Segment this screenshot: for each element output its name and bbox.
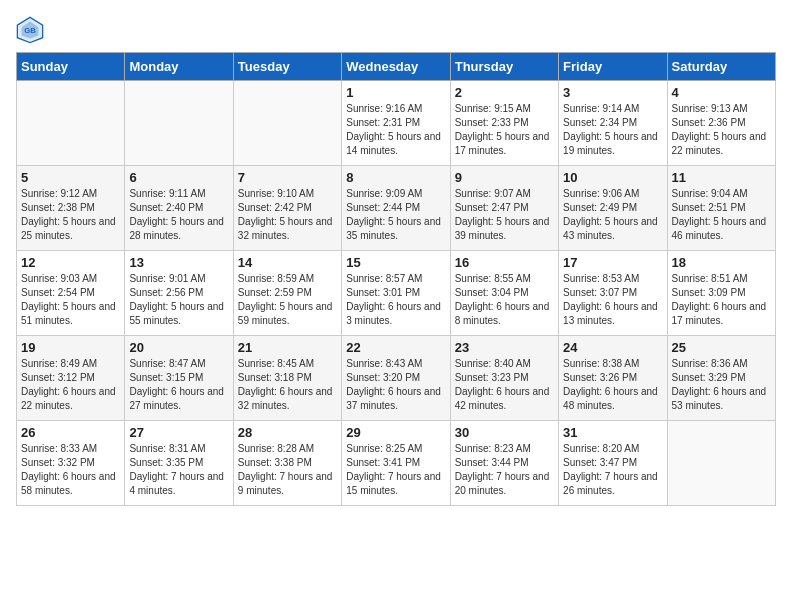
calendar-cell: 19Sunrise: 8:49 AM Sunset: 3:12 PM Dayli… (17, 336, 125, 421)
day-info: Sunrise: 8:23 AM Sunset: 3:44 PM Dayligh… (455, 442, 554, 498)
calendar-cell: 5Sunrise: 9:12 AM Sunset: 2:38 PM Daylig… (17, 166, 125, 251)
day-info: Sunrise: 8:49 AM Sunset: 3:12 PM Dayligh… (21, 357, 120, 413)
day-number: 13 (129, 255, 228, 270)
day-info: Sunrise: 9:16 AM Sunset: 2:31 PM Dayligh… (346, 102, 445, 158)
calendar-cell: 7Sunrise: 9:10 AM Sunset: 2:42 PM Daylig… (233, 166, 341, 251)
calendar-week-1: 1Sunrise: 9:16 AM Sunset: 2:31 PM Daylig… (17, 81, 776, 166)
calendar-cell: 3Sunrise: 9:14 AM Sunset: 2:34 PM Daylig… (559, 81, 667, 166)
day-info: Sunrise: 9:01 AM Sunset: 2:56 PM Dayligh… (129, 272, 228, 328)
day-number: 10 (563, 170, 662, 185)
day-number: 22 (346, 340, 445, 355)
day-info: Sunrise: 8:20 AM Sunset: 3:47 PM Dayligh… (563, 442, 662, 498)
day-info: Sunrise: 9:14 AM Sunset: 2:34 PM Dayligh… (563, 102, 662, 158)
calendar-cell (667, 421, 775, 506)
day-number: 16 (455, 255, 554, 270)
day-number: 25 (672, 340, 771, 355)
day-number: 21 (238, 340, 337, 355)
day-info: Sunrise: 8:57 AM Sunset: 3:01 PM Dayligh… (346, 272, 445, 328)
day-number: 31 (563, 425, 662, 440)
day-number: 17 (563, 255, 662, 270)
calendar-cell: 15Sunrise: 8:57 AM Sunset: 3:01 PM Dayli… (342, 251, 450, 336)
weekday-header-monday: Monday (125, 53, 233, 81)
day-number: 24 (563, 340, 662, 355)
day-info: Sunrise: 9:06 AM Sunset: 2:49 PM Dayligh… (563, 187, 662, 243)
calendar-cell: 9Sunrise: 9:07 AM Sunset: 2:47 PM Daylig… (450, 166, 558, 251)
day-info: Sunrise: 9:12 AM Sunset: 2:38 PM Dayligh… (21, 187, 120, 243)
day-number: 28 (238, 425, 337, 440)
logo: GB (16, 16, 48, 44)
day-info: Sunrise: 9:04 AM Sunset: 2:51 PM Dayligh… (672, 187, 771, 243)
day-info: Sunrise: 9:03 AM Sunset: 2:54 PM Dayligh… (21, 272, 120, 328)
day-info: Sunrise: 8:53 AM Sunset: 3:07 PM Dayligh… (563, 272, 662, 328)
calendar-cell: 16Sunrise: 8:55 AM Sunset: 3:04 PM Dayli… (450, 251, 558, 336)
calendar-cell: 23Sunrise: 8:40 AM Sunset: 3:23 PM Dayli… (450, 336, 558, 421)
calendar-week-5: 26Sunrise: 8:33 AM Sunset: 3:32 PM Dayli… (17, 421, 776, 506)
logo-icon: GB (16, 16, 44, 44)
day-number: 11 (672, 170, 771, 185)
weekday-header-friday: Friday (559, 53, 667, 81)
calendar-cell (125, 81, 233, 166)
day-info: Sunrise: 8:51 AM Sunset: 3:09 PM Dayligh… (672, 272, 771, 328)
weekday-header-saturday: Saturday (667, 53, 775, 81)
calendar-week-4: 19Sunrise: 8:49 AM Sunset: 3:12 PM Dayli… (17, 336, 776, 421)
weekday-header-thursday: Thursday (450, 53, 558, 81)
day-number: 29 (346, 425, 445, 440)
calendar-cell: 31Sunrise: 8:20 AM Sunset: 3:47 PM Dayli… (559, 421, 667, 506)
calendar-cell: 13Sunrise: 9:01 AM Sunset: 2:56 PM Dayli… (125, 251, 233, 336)
day-info: Sunrise: 8:55 AM Sunset: 3:04 PM Dayligh… (455, 272, 554, 328)
calendar-cell (233, 81, 341, 166)
calendar-cell: 24Sunrise: 8:38 AM Sunset: 3:26 PM Dayli… (559, 336, 667, 421)
calendar-cell: 18Sunrise: 8:51 AM Sunset: 3:09 PM Dayli… (667, 251, 775, 336)
day-number: 5 (21, 170, 120, 185)
calendar-cell: 1Sunrise: 9:16 AM Sunset: 2:31 PM Daylig… (342, 81, 450, 166)
day-number: 6 (129, 170, 228, 185)
day-number: 1 (346, 85, 445, 100)
calendar-cell: 30Sunrise: 8:23 AM Sunset: 3:44 PM Dayli… (450, 421, 558, 506)
calendar-cell: 10Sunrise: 9:06 AM Sunset: 2:49 PM Dayli… (559, 166, 667, 251)
weekday-header-wednesday: Wednesday (342, 53, 450, 81)
page-header: GB (16, 16, 776, 44)
day-info: Sunrise: 8:40 AM Sunset: 3:23 PM Dayligh… (455, 357, 554, 413)
calendar-cell: 28Sunrise: 8:28 AM Sunset: 3:38 PM Dayli… (233, 421, 341, 506)
weekday-header-row: SundayMondayTuesdayWednesdayThursdayFrid… (17, 53, 776, 81)
day-info: Sunrise: 9:13 AM Sunset: 2:36 PM Dayligh… (672, 102, 771, 158)
day-info: Sunrise: 8:28 AM Sunset: 3:38 PM Dayligh… (238, 442, 337, 498)
calendar-cell: 11Sunrise: 9:04 AM Sunset: 2:51 PM Dayli… (667, 166, 775, 251)
calendar-cell: 4Sunrise: 9:13 AM Sunset: 2:36 PM Daylig… (667, 81, 775, 166)
day-number: 20 (129, 340, 228, 355)
calendar-cell: 22Sunrise: 8:43 AM Sunset: 3:20 PM Dayli… (342, 336, 450, 421)
calendar-cell: 20Sunrise: 8:47 AM Sunset: 3:15 PM Dayli… (125, 336, 233, 421)
day-number: 26 (21, 425, 120, 440)
calendar-week-3: 12Sunrise: 9:03 AM Sunset: 2:54 PM Dayli… (17, 251, 776, 336)
day-info: Sunrise: 9:15 AM Sunset: 2:33 PM Dayligh… (455, 102, 554, 158)
calendar-cell: 25Sunrise: 8:36 AM Sunset: 3:29 PM Dayli… (667, 336, 775, 421)
calendar-cell: 17Sunrise: 8:53 AM Sunset: 3:07 PM Dayli… (559, 251, 667, 336)
calendar-cell: 14Sunrise: 8:59 AM Sunset: 2:59 PM Dayli… (233, 251, 341, 336)
day-info: Sunrise: 8:33 AM Sunset: 3:32 PM Dayligh… (21, 442, 120, 498)
calendar-cell: 29Sunrise: 8:25 AM Sunset: 3:41 PM Dayli… (342, 421, 450, 506)
day-number: 8 (346, 170, 445, 185)
day-number: 15 (346, 255, 445, 270)
day-info: Sunrise: 9:11 AM Sunset: 2:40 PM Dayligh… (129, 187, 228, 243)
day-number: 12 (21, 255, 120, 270)
day-number: 19 (21, 340, 120, 355)
calendar-cell: 27Sunrise: 8:31 AM Sunset: 3:35 PM Dayli… (125, 421, 233, 506)
day-number: 23 (455, 340, 554, 355)
day-info: Sunrise: 8:43 AM Sunset: 3:20 PM Dayligh… (346, 357, 445, 413)
calendar-week-2: 5Sunrise: 9:12 AM Sunset: 2:38 PM Daylig… (17, 166, 776, 251)
day-info: Sunrise: 8:47 AM Sunset: 3:15 PM Dayligh… (129, 357, 228, 413)
day-info: Sunrise: 9:09 AM Sunset: 2:44 PM Dayligh… (346, 187, 445, 243)
day-number: 4 (672, 85, 771, 100)
day-number: 27 (129, 425, 228, 440)
calendar-cell: 26Sunrise: 8:33 AM Sunset: 3:32 PM Dayli… (17, 421, 125, 506)
weekday-header-tuesday: Tuesday (233, 53, 341, 81)
day-number: 2 (455, 85, 554, 100)
svg-text:GB: GB (24, 26, 36, 35)
day-info: Sunrise: 8:38 AM Sunset: 3:26 PM Dayligh… (563, 357, 662, 413)
day-number: 14 (238, 255, 337, 270)
day-number: 3 (563, 85, 662, 100)
day-info: Sunrise: 8:31 AM Sunset: 3:35 PM Dayligh… (129, 442, 228, 498)
day-info: Sunrise: 8:59 AM Sunset: 2:59 PM Dayligh… (238, 272, 337, 328)
day-info: Sunrise: 9:07 AM Sunset: 2:47 PM Dayligh… (455, 187, 554, 243)
day-info: Sunrise: 8:36 AM Sunset: 3:29 PM Dayligh… (672, 357, 771, 413)
